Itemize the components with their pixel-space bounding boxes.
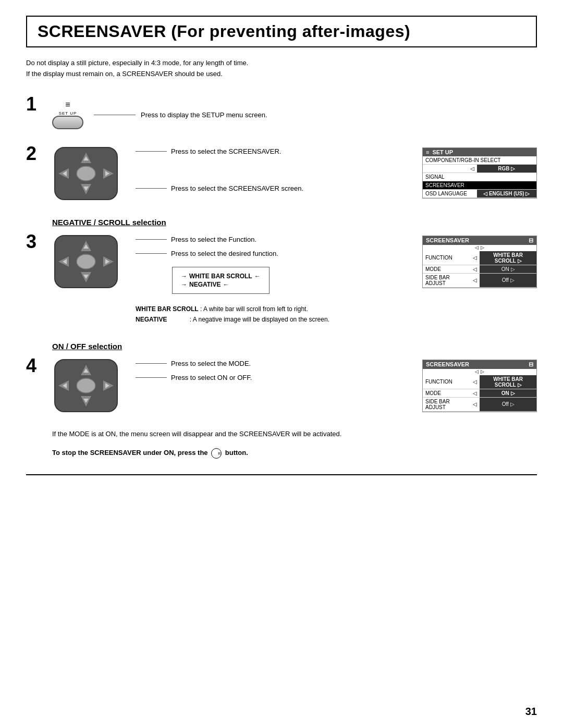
step-4-number: 4 bbox=[26, 355, 52, 377]
bottom-divider bbox=[26, 474, 537, 475]
step-3-content: Press to select the Function. Press to s… bbox=[52, 233, 537, 326]
step2-instructions: Press to select the SCREENSAVER. Press t… bbox=[136, 147, 417, 192]
step3-instruction2: Press to select the desired function. bbox=[171, 250, 278, 257]
menu-label: SIDE BAR ADJUST bbox=[423, 273, 470, 287]
step4-menu-header: SCREENSAVER ⊟ bbox=[423, 360, 536, 369]
page-title: SCREENSAVER (For preventing after-images… bbox=[38, 22, 525, 41]
menu-value-on: ON ▷ bbox=[480, 265, 536, 273]
menu-cell-left: ◁ bbox=[423, 164, 477, 172]
negative-scroll-heading: NEGATIVE / SCROLL selection bbox=[52, 218, 537, 227]
menu-value-off: Off ▷ bbox=[480, 273, 536, 287]
step3-menu: SCREENSAVER ⊟ ◁ ▷ FUNCTION ◁ WHITE BAR S… bbox=[422, 236, 537, 288]
option-white-bar: → WHITE BAR SCROLL ← bbox=[181, 273, 261, 280]
mode-on-note: If the MODE is at ON, the menu screen wi… bbox=[52, 430, 537, 438]
menu-label: FUNCTION bbox=[423, 251, 470, 265]
svg-point-15 bbox=[77, 254, 95, 269]
small-arrows: ◁ ▷ bbox=[423, 245, 536, 250]
menu-nav: ◁ bbox=[470, 251, 480, 265]
desc-white-bar: WHITE BAR SCROLL : A white bar will scro… bbox=[136, 305, 417, 313]
step4-line2: Press to select ON or OFF. bbox=[136, 374, 417, 381]
menu-cell-val: ◁ ENGLISH (US) ▷ bbox=[477, 189, 536, 198]
table-row: OSD LANGUAGE ◁ ENGLISH (US) ▷ bbox=[423, 189, 536, 198]
table-row: MODE ◁ ON ▷ bbox=[423, 389, 536, 397]
menu-nav: ◁ bbox=[470, 273, 480, 287]
step4-menu-table: FUNCTION ◁ WHITE BAR SCROLL ▷ MODE ◁ ON … bbox=[423, 375, 536, 412]
step-2-number: 2 bbox=[26, 143, 52, 165]
intro-line-1: Do not display a still picture, especial… bbox=[26, 58, 537, 69]
table-row: SIDE BAR ADJUST ◁ Off ▷ bbox=[423, 397, 536, 411]
menu-nav: ◁ bbox=[470, 389, 480, 397]
step3-menu-header: SCREENSAVER ⊟ bbox=[423, 236, 536, 245]
page-title-box: SCREENSAVER (For preventing after-images… bbox=[26, 16, 537, 47]
small-arrows-2: ◁ ▷ bbox=[423, 369, 536, 374]
step2-line1: Press to select the SCREENSAVER. bbox=[136, 147, 417, 155]
menu-icon: ≡ bbox=[426, 149, 429, 155]
step1-instruction: Press to display the SETUP menu screen. bbox=[136, 111, 267, 119]
set-up-icon: ≡ bbox=[65, 101, 70, 109]
step-4-content: Press to select the MODE. Press to selec… bbox=[52, 357, 537, 414]
desc-negative: NEGATIVE : A negative image will be disp… bbox=[136, 316, 417, 323]
menu-value: WHITE BAR SCROLL ▷ bbox=[480, 375, 536, 389]
step2-instruction2: Press to select the SCREENSAVER screen. bbox=[171, 184, 303, 192]
set-up-button bbox=[52, 116, 83, 129]
step3-text-area: Press to select the Function. Press to s… bbox=[136, 233, 417, 326]
step-3-block: 3 Press to select the Function. bbox=[26, 233, 537, 326]
step4-line1: Press to select the MODE. bbox=[136, 360, 417, 367]
step2-text-arrows: Press to select the SCREENSAVER. Press t… bbox=[136, 145, 417, 192]
menu-label: SIDE BAR ADJUST bbox=[423, 397, 470, 411]
option-negative: → NEGATIVE ← bbox=[181, 281, 261, 288]
step1-connector bbox=[94, 115, 136, 115]
menu-cell: SIGNAL bbox=[423, 172, 536, 181]
table-row: COMPONENT/RGB-IN SELECT bbox=[423, 156, 536, 165]
menu-value-on: ON ▷ bbox=[480, 389, 536, 397]
step4-dpad bbox=[52, 357, 120, 414]
step2-instruction1: Press to select the SCREENSAVER. bbox=[171, 147, 281, 155]
menu-cell-val: RGB ▷ bbox=[477, 164, 536, 172]
menu-cell: COMPONENT/RGB-IN SELECT bbox=[423, 156, 536, 165]
step-1-content: ≡ SET UP Press to display the SETUP menu… bbox=[52, 95, 267, 129]
step2-menu-header: ≡ SET UP bbox=[423, 148, 536, 156]
menu-value-off: Off ▷ bbox=[480, 397, 536, 411]
step-3-number: 3 bbox=[26, 231, 52, 253]
step2-menu: ≡ SET UP COMPONENT/RGB-IN SELECT ◁ RGB ▷… bbox=[422, 147, 537, 199]
step-1-number: 1 bbox=[26, 93, 52, 115]
menu-ctrl-icons2: ⊟ bbox=[529, 361, 533, 368]
table-row: SIGNAL bbox=[423, 172, 536, 181]
table-row-highlighted: SCREENSAVER bbox=[423, 181, 536, 189]
step4-instruction2: Press to select ON or OFF. bbox=[171, 374, 252, 381]
step-2-content: Press to select the SCREENSAVER. Press t… bbox=[52, 145, 537, 202]
menu-nav: ◁ bbox=[470, 375, 480, 389]
step4-text-area: Press to select the MODE. Press to selec… bbox=[136, 357, 417, 381]
stop-note: To stop the SCREENSAVER under ON, press … bbox=[52, 448, 537, 459]
step-4-block: 4 Press to select the MODE. bbox=[26, 357, 537, 414]
step3-dpad bbox=[52, 233, 120, 290]
svg-point-5 bbox=[77, 166, 95, 181]
table-row: FUNCTION ◁ WHITE BAR SCROLL ▷ bbox=[423, 375, 536, 389]
step2-menu-table: COMPONENT/RGB-IN SELECT ◁ RGB ▷ SIGNAL S… bbox=[423, 156, 536, 198]
set-up-label: SET UP bbox=[59, 111, 77, 116]
menu-cell-highlighted: SCREENSAVER bbox=[423, 181, 536, 189]
table-row: MODE ◁ ON ▷ bbox=[423, 265, 536, 273]
step4-menu: SCREENSAVER ⊟ ◁ ▷ FUNCTION ◁ WHITE BAR S… bbox=[422, 360, 537, 412]
step3-options-box: → WHITE BAR SCROLL ← → NEGATIVE ← bbox=[172, 267, 270, 294]
table-row: FUNCTION ◁ WHITE BAR SCROLL ▷ bbox=[423, 251, 536, 265]
circle-r-button: R bbox=[211, 448, 222, 459]
menu-ctrl-icons: ⊟ bbox=[529, 237, 533, 244]
menu-label: MODE bbox=[423, 389, 470, 397]
menu-label: FUNCTION bbox=[423, 375, 470, 389]
step3-menu-table: FUNCTION ◁ WHITE BAR SCROLL ▷ MODE ◁ ON … bbox=[423, 251, 536, 288]
step-2-block: 2 bbox=[26, 145, 537, 202]
page-number: 31 bbox=[525, 706, 537, 718]
step3-line2: Press to select the desired function. bbox=[136, 250, 417, 257]
menu-nav: ◁ bbox=[470, 265, 480, 273]
step2-line2: Press to select the SCREENSAVER screen. bbox=[136, 184, 417, 192]
table-row: SIDE BAR ADJUST ◁ Off ▷ bbox=[423, 273, 536, 287]
step3-instruction1: Press to select the Function. bbox=[171, 236, 256, 243]
menu-cell: OSD LANGUAGE bbox=[423, 189, 477, 198]
menu-nav: ◁ bbox=[470, 397, 480, 411]
intro-line-2: If the display must remain on, a SCREENS… bbox=[26, 69, 537, 80]
step3-line1: Press to select the Function. bbox=[136, 236, 417, 243]
step-1-block: 1 ≡ SET UP Press to display the SETUP me… bbox=[26, 95, 537, 129]
step3-descriptions: WHITE BAR SCROLL : A white bar will scro… bbox=[136, 305, 417, 323]
step4-instruction1: Press to select the MODE. bbox=[171, 360, 251, 367]
